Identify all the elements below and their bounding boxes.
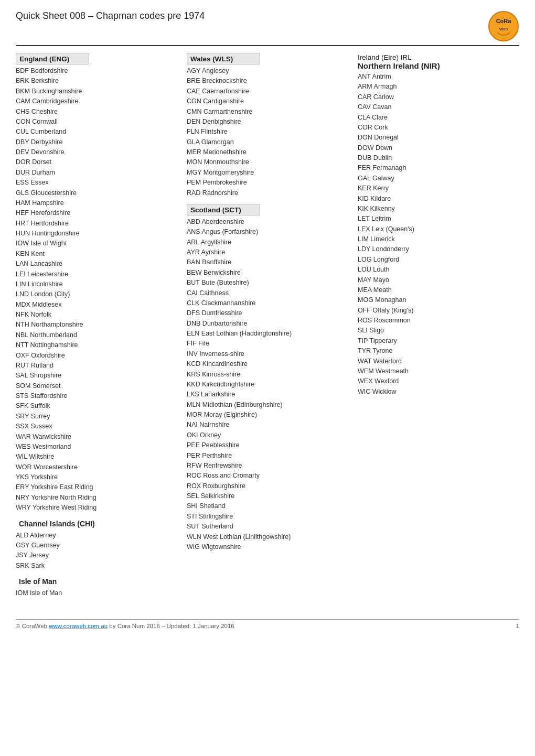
list-item: GSY Guernsey bbox=[16, 541, 177, 550]
england-header: England (ENG) bbox=[16, 53, 89, 64]
page-title: Quick Sheet 008 – Chapman codes pre 1974 bbox=[16, 10, 205, 21]
footer-copyright-text: © CoraWeb bbox=[16, 623, 49, 629]
list-item: WRY Yorkshire West Riding bbox=[16, 503, 177, 513]
list-item: RUT Rutland bbox=[16, 361, 177, 371]
footer-page: 1 bbox=[516, 623, 519, 629]
list-item: CMN Carmarthenshire bbox=[187, 107, 348, 117]
list-item: IOM Isle of Man bbox=[16, 588, 177, 598]
list-item: CON Cornwall bbox=[16, 117, 177, 127]
list-item: WOR Worcestershire bbox=[16, 462, 177, 472]
list-item: SAL Shropshire bbox=[16, 371, 177, 381]
list-item: CLK Clackmannanshire bbox=[187, 298, 348, 308]
list-item: SRK Sark bbox=[16, 561, 177, 571]
list-item: NFK Norfolk bbox=[16, 310, 177, 320]
list-item: STS Staffordshire bbox=[16, 391, 177, 401]
ireland-irl-label: Ireland (Eire) IRL bbox=[358, 53, 412, 61]
list-item: BDF Bedfordshire bbox=[16, 66, 177, 76]
list-item: DON Donegal bbox=[358, 133, 519, 143]
ireland-entries: ANT AntrimARM ArmaghCAR CarlowCAV CavanC… bbox=[358, 72, 519, 397]
list-item: LEX Leix (Queen's) bbox=[358, 224, 519, 234]
list-item: MOR Moray (Elginshire) bbox=[187, 410, 348, 420]
cora-logo: CoRa Web bbox=[488, 10, 519, 42]
list-item: OKI Orkney bbox=[187, 430, 348, 440]
list-item: BRK Berkshire bbox=[16, 76, 177, 86]
list-item: NAI Nairnshire bbox=[187, 420, 348, 430]
col-england: England (ENG) BDF BedfordshireBRK Berksh… bbox=[16, 53, 187, 603]
list-item: PEE Peeblesshire bbox=[187, 440, 348, 450]
list-item: ANT Antrim bbox=[358, 72, 519, 82]
list-item: SOM Somerset bbox=[16, 381, 177, 391]
list-item: KCD Kincardineshire bbox=[187, 359, 348, 369]
list-item: SEL Selkirkshire bbox=[187, 491, 348, 501]
list-item: JSY Jersey bbox=[16, 550, 177, 560]
channel-islands-section: Channel Islands (CHI) ALD AlderneyGSY Gu… bbox=[16, 519, 177, 571]
list-item: WAR Warwickshire bbox=[16, 432, 177, 442]
list-item: ALD Alderney bbox=[16, 531, 177, 541]
list-item: WES Westmorland bbox=[16, 442, 177, 452]
list-item: SHI Shetland bbox=[187, 501, 348, 511]
list-item: KRS Kinross-shire bbox=[187, 370, 348, 380]
list-item: WAT Waterford bbox=[358, 357, 519, 366]
england-entries: BDF BedfordshireBRK BerkshireBKM Bucking… bbox=[16, 66, 177, 513]
list-item: PER Perthshire bbox=[187, 451, 348, 461]
wales-section: Wales (WLS) AGY AngleseyBRE Brecknockshi… bbox=[187, 53, 348, 198]
list-item: CLA Clare bbox=[358, 113, 519, 123]
list-item: SLI Sligo bbox=[358, 326, 519, 336]
list-item: BKM Buckinghamshire bbox=[16, 87, 177, 96]
list-item: BAN Banffshire bbox=[187, 257, 348, 267]
list-item: ABD Aberdeenshire bbox=[187, 217, 348, 227]
list-item: DUB Dublin bbox=[358, 153, 519, 163]
list-item: KIK Kilkenny bbox=[358, 204, 519, 214]
list-item: LEI Leicestershire bbox=[16, 269, 177, 279]
list-item: LND London (City) bbox=[16, 289, 177, 299]
list-item: DFS Dumfriesshire bbox=[187, 308, 348, 318]
svg-text:Web: Web bbox=[499, 27, 508, 31]
list-item: CAE Caernarfonshire bbox=[187, 87, 348, 96]
wales-header: Wales (WLS) bbox=[187, 53, 260, 64]
list-item: PEM Pembrokeshire bbox=[187, 178, 348, 188]
list-item: MEA Meath bbox=[358, 285, 519, 295]
list-item: MAY Mayo bbox=[358, 275, 519, 285]
list-item: COR Cork bbox=[358, 123, 519, 133]
list-item: LKS Lanarkshire bbox=[187, 390, 348, 399]
list-item: ROX Roxburghshire bbox=[187, 481, 348, 491]
list-item: MER Merionethshire bbox=[187, 147, 348, 157]
list-item: DOW Down bbox=[358, 143, 519, 153]
list-item: FIF Fife bbox=[187, 339, 348, 349]
list-item: TIP Tipperary bbox=[358, 336, 519, 346]
list-item: GLA Glamorgan bbox=[187, 137, 348, 147]
list-item: CAV Cavan bbox=[358, 102, 519, 112]
page-header: Quick Sheet 008 – Chapman codes pre 1974… bbox=[16, 10, 519, 46]
list-item: ARM Armagh bbox=[358, 82, 519, 92]
ireland-nir-label: Northern Ireland (NIR) bbox=[358, 61, 440, 70]
list-item: CAR Carlow bbox=[358, 92, 519, 102]
col-ireland: Ireland (Eire) IRL Northern Ireland (NIR… bbox=[358, 53, 519, 402]
list-item: ELN East Lothian (Haddingtonshire) bbox=[187, 329, 348, 339]
scotland-entries: ABD AberdeenshireANS Angus (Forfarshire)… bbox=[187, 217, 348, 552]
list-item: WLN West Lothian (Linlithgowshire) bbox=[187, 532, 348, 542]
list-item: NRY Yorkshire North Riding bbox=[16, 493, 177, 503]
list-item: SRY Surrey bbox=[16, 412, 177, 422]
iom-header: Isle of Man bbox=[16, 576, 89, 587]
list-item: CGN Cardiganshire bbox=[187, 96, 348, 106]
list-item: DOR Dorset bbox=[16, 157, 177, 167]
list-item: SFK Suffolk bbox=[16, 401, 177, 411]
wales-entries: AGY AngleseyBRE BrecknockshireCAE Caerna… bbox=[187, 66, 348, 198]
list-item: ANS Angus (Forfarshire) bbox=[187, 227, 348, 237]
list-item: SSX Sussex bbox=[16, 422, 177, 431]
iom-section: Isle of Man IOM Isle of Man bbox=[16, 576, 177, 598]
ireland-header-irl: Ireland (Eire) IRL bbox=[358, 53, 519, 61]
svg-text:CoRa: CoRa bbox=[496, 18, 512, 24]
footer-link[interactable]: www.coraweb.com.au bbox=[49, 623, 108, 629]
list-item: CUL Cumberland bbox=[16, 127, 177, 137]
england-section: England (ENG) BDF BedfordshireBRK Berksh… bbox=[16, 53, 177, 513]
list-item: WEM Westmeath bbox=[358, 366, 519, 376]
list-item: RAD Radnorshire bbox=[187, 188, 348, 198]
list-item: FLN Flintshire bbox=[187, 127, 348, 137]
list-item: ARL Argyllshire bbox=[187, 237, 348, 247]
list-item: AYR Ayrshire bbox=[187, 247, 348, 257]
list-item: MOG Monaghan bbox=[358, 295, 519, 305]
list-item: LDY Londonderry bbox=[358, 244, 519, 254]
footer-copyright: © CoraWeb www.coraweb.com.au by Cora Num… bbox=[16, 623, 234, 629]
list-item: CAM Cambridgeshire bbox=[16, 96, 177, 106]
